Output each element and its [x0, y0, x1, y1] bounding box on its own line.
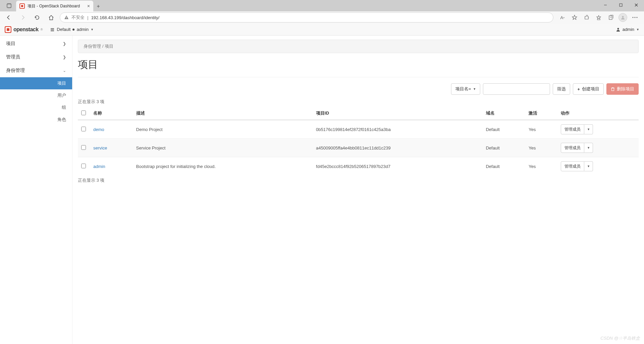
user-menu[interactable]: admin ▼: [616, 27, 639, 32]
cell-desc: Service Project: [133, 139, 313, 157]
sidebar-item-admin[interactable]: 管理员 ❯: [0, 50, 72, 64]
more-icon[interactable]: [629, 12, 641, 23]
main-content: 身份管理 / 项目 项目 项目名= ▼ 筛选 + 创建项目 删除项目 正在显示 …: [72, 36, 644, 344]
url-input[interactable]: 不安全 | 192.168.43.199/dashboard/identity/: [60, 12, 553, 23]
svg-point-16: [622, 16, 624, 18]
svg-rect-22: [51, 28, 54, 29]
project-name-link[interactable]: demo: [93, 127, 104, 132]
openstack-favicon-icon: [19, 3, 25, 9]
row-actions-dropdown[interactable]: ▼: [584, 161, 593, 171]
chevron-down-icon: ▼: [587, 128, 590, 131]
sidebar-label: 管理员: [6, 54, 20, 60]
display-count-bottom: 正在显示 3 项: [78, 177, 639, 183]
domain-project-selector[interactable]: Default admin ▼: [50, 27, 94, 32]
row-checkbox[interactable]: [81, 164, 86, 168]
sidebar-item-project[interactable]: 项目 ❯: [0, 37, 72, 50]
maximize-button[interactable]: [613, 0, 629, 10]
delete-project-button[interactable]: 删除项目: [606, 83, 639, 95]
back-button[interactable]: [3, 12, 14, 23]
filter-button[interactable]: 筛选: [553, 83, 570, 95]
col-id[interactable]: 项目ID: [313, 107, 483, 120]
minimize-button[interactable]: [598, 0, 613, 10]
openstack-logo[interactable]: openstack®: [5, 26, 43, 33]
svg-point-25: [617, 28, 619, 30]
trash-icon: [611, 87, 615, 91]
browser-tab-active[interactable]: 项目 - OpenStack Dashboard ×: [16, 1, 93, 11]
tab-title: 项目 - OpenStack Dashboard: [28, 3, 80, 9]
watermark: CSDN @☆半岛铁盒: [600, 335, 640, 341]
col-name[interactable]: 名称: [90, 107, 133, 120]
sidebar: 项目 ❯ 管理员 ❯ 身份管理 ⌄ 项目 用户 组 角色: [0, 36, 72, 344]
filter-input[interactable]: [483, 83, 550, 95]
cell-domain: Default: [483, 157, 526, 176]
table-toolbar: 项目名= ▼ 筛选 + 创建项目 删除项目: [78, 83, 639, 95]
cell-active: Yes: [525, 139, 557, 157]
cell-id: fd45e2bccc814f92b5206517897b23d7: [313, 157, 483, 176]
filter-field-dropdown[interactable]: 项目名= ▼: [451, 83, 481, 95]
project-name-link[interactable]: admin: [93, 164, 105, 169]
chevron-down-icon: ▼: [636, 28, 639, 31]
project-name-link[interactable]: service: [93, 145, 107, 150]
row-actions-dropdown[interactable]: ▼: [584, 124, 593, 134]
manage-members-button[interactable]: 管理成员: [561, 124, 584, 134]
new-tab-button[interactable]: +: [93, 1, 103, 11]
svg-point-18: [635, 17, 636, 18]
sidebar-label: 身份管理: [6, 68, 25, 74]
close-icon[interactable]: ×: [87, 3, 90, 9]
domain-label: Default: [57, 27, 70, 32]
home-button[interactable]: [46, 12, 56, 23]
insecure-label: 不安全: [71, 14, 85, 20]
sidebar-sub-roles[interactable]: 角色: [0, 114, 72, 126]
tab-list-icon[interactable]: [2, 0, 16, 11]
insecure-icon: [64, 15, 69, 20]
svg-rect-23: [51, 29, 54, 30]
cell-domain: Default: [483, 120, 526, 139]
svg-text:+: +: [610, 16, 612, 19]
forward-button[interactable]: [17, 12, 28, 23]
chevron-down-icon: ▼: [91, 28, 94, 31]
manage-members-button[interactable]: 管理成员: [561, 143, 584, 153]
cell-active: Yes: [525, 157, 557, 176]
page-title: 项目: [78, 58, 639, 72]
favorite-icon[interactable]: [569, 12, 580, 23]
url-text: 192.168.43.199/dashboard/identity/: [91, 15, 159, 20]
svg-rect-24: [51, 31, 54, 31]
favorites-bar-icon[interactable]: [593, 12, 604, 23]
select-all-checkbox[interactable]: [81, 111, 86, 115]
svg-rect-5: [620, 4, 622, 6]
breadcrumb-parent[interactable]: 身份管理: [84, 44, 101, 49]
read-aloud-icon[interactable]: A»: [557, 12, 568, 23]
tab-bar: 项目 - OpenStack Dashboard × +: [0, 0, 644, 11]
cell-id: 0b5176c199814ef2872f0161c425a3ba: [313, 120, 483, 139]
breadcrumb-current: 项目: [105, 44, 113, 49]
cell-desc: Bootstrap project for initializing the c…: [133, 157, 313, 176]
col-active[interactable]: 激活: [525, 107, 557, 120]
row-checkbox[interactable]: [81, 127, 86, 131]
display-count-top: 正在显示 3 项: [78, 99, 639, 105]
cell-domain: Default: [483, 139, 526, 157]
manage-members-button[interactable]: 管理成员: [561, 161, 584, 171]
divider: [78, 77, 639, 77]
collections-icon[interactable]: +: [605, 12, 616, 23]
chevron-right-icon: ❯: [63, 41, 66, 46]
sidebar-sub-users[interactable]: 用户: [0, 89, 72, 101]
svg-point-19: [637, 17, 638, 18]
reload-button[interactable]: [32, 12, 42, 23]
col-desc[interactable]: 描述: [133, 107, 313, 120]
profile-button[interactable]: [617, 12, 629, 23]
bullet-icon: [72, 29, 75, 31]
sidebar-item-identity[interactable]: 身份管理 ⌄: [0, 64, 72, 77]
chevron-down-icon: ▼: [587, 146, 590, 149]
col-domain[interactable]: 域名: [483, 107, 526, 120]
openstack-topbar: openstack® Default admin ▼ admin ▼: [0, 24, 644, 36]
table-row: demoDemo Project0b5176c199814ef2872f0161…: [78, 120, 639, 139]
sidebar-sub-projects[interactable]: 项目: [0, 77, 72, 89]
close-window-button[interactable]: [629, 0, 644, 10]
create-project-button[interactable]: + 创建项目: [573, 83, 604, 95]
row-actions-dropdown[interactable]: ▼: [584, 143, 593, 153]
svg-rect-9: [66, 18, 66, 19]
row-checkbox[interactable]: [81, 145, 86, 150]
extensions-icon[interactable]: [581, 12, 592, 23]
col-actions: 动作: [557, 107, 639, 120]
sidebar-sub-groups[interactable]: 组: [0, 101, 72, 114]
